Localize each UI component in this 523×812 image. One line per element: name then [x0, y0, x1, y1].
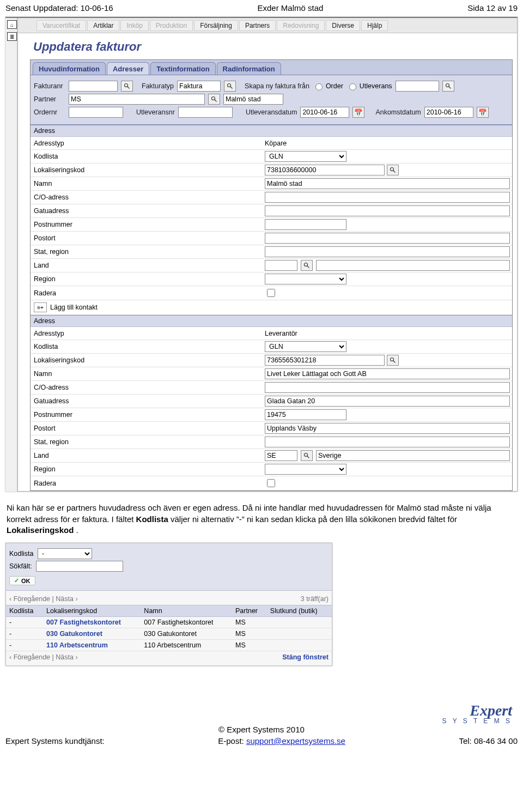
land-code-input[interactable]	[265, 260, 297, 271]
table-row[interactable]: -030 Gatukontoret030 GatukontoretMS	[6, 628, 332, 640]
tab[interactable]: Textinformation	[150, 62, 215, 75]
namn-input[interactable]	[265, 178, 510, 189]
gatu-input[interactable]	[265, 205, 510, 216]
expert-logo: Expert S Y S T E M S	[5, 702, 518, 725]
svg-point-12	[391, 358, 394, 361]
tab-strip: HuvudinformationAdresserTextinformationR…	[31, 60, 512, 75]
lbl-postort: Postort	[31, 233, 265, 244]
menu-item: Produktion	[150, 20, 193, 31]
search-icon[interactable]	[387, 165, 399, 175]
search-icon[interactable]	[387, 355, 399, 366]
co-input[interactable]	[265, 192, 510, 203]
partner-input[interactable]	[69, 94, 205, 105]
table-cell: MS	[232, 617, 267, 628]
popup-sokfalt-input[interactable]	[36, 561, 123, 572]
svg-line-9	[393, 171, 396, 173]
radio-order[interactable]: Order	[313, 82, 343, 90]
table-cell: MS	[232, 640, 267, 651]
radio-utleverans-label: Utleverans	[360, 82, 392, 90]
search-icon[interactable]	[301, 450, 313, 461]
table-cell: 030 Gatukontoret	[141, 628, 232, 640]
table-cell	[267, 628, 332, 640]
search-icon[interactable]	[208, 94, 220, 105]
col-header: Kodlista	[6, 605, 43, 617]
svg-point-14	[305, 453, 308, 457]
kodlista-select[interactable]: GLN	[265, 151, 346, 162]
table-cell: 110 Arbetscentrum	[141, 640, 232, 651]
land-name-input[interactable]	[316, 450, 510, 461]
body-text-bold: Kodlista	[136, 514, 168, 524]
calendar-icon[interactable]: 📅	[477, 107, 489, 118]
home-icon[interactable]: ⌂	[7, 20, 17, 29]
fakturanr-label: Fakturanr	[34, 82, 65, 90]
utleveransnr-input[interactable]	[178, 107, 233, 118]
menu-item[interactable]: Hjälp	[361, 20, 388, 31]
svg-line-3	[230, 87, 233, 89]
col-header: Lokaliseringskod	[43, 605, 141, 617]
page-title: Uppdatera fakturor	[30, 33, 517, 59]
gatu-input[interactable]	[265, 396, 510, 407]
table-cell: -	[6, 640, 43, 651]
lokaliseringskod-input[interactable]	[265, 355, 385, 366]
postort-input[interactable]	[265, 423, 510, 434]
table-row[interactable]: -110 Arbetscentrum110 ArbetscentrumMS	[6, 640, 332, 651]
list-icon[interactable]: ≣	[7, 32, 17, 41]
lbl-postnr: Postnummer	[31, 219, 265, 230]
search-icon[interactable]	[442, 81, 454, 92]
svg-line-1	[127, 87, 130, 89]
land-code-input[interactable]	[265, 450, 297, 461]
ok-button[interactable]: ✓OK	[9, 576, 35, 585]
table-cell[interactable]: 007 Fastighetskontoret	[43, 617, 141, 628]
region-select[interactable]	[265, 274, 346, 284]
kodlista-select[interactable]: GLN	[265, 341, 346, 352]
nav-prev-next[interactable]: ‹ Föregående | Nästa ›	[9, 595, 78, 603]
namn-input[interactable]	[265, 368, 510, 379]
menubar: VarucertifikatArtiklarInköpProduktionFör…	[18, 18, 517, 33]
lbl-lokaliseringskod: Lokaliseringskod	[31, 165, 265, 175]
postnr-input[interactable]	[265, 219, 346, 230]
postort-input[interactable]	[265, 233, 510, 244]
stat-input[interactable]	[265, 437, 510, 447]
body-text-bold: Lokaliseringskod	[7, 525, 74, 535]
tab[interactable]: Adresser	[107, 62, 149, 75]
menu-item[interactable]: Diverse	[326, 20, 360, 31]
fakturatyp-input[interactable]	[177, 81, 221, 92]
svg-point-2	[228, 84, 231, 87]
table-cell	[267, 640, 332, 651]
land-name-input[interactable]	[316, 260, 510, 271]
search-icon[interactable]	[301, 260, 313, 271]
postnr-input[interactable]	[265, 409, 346, 420]
table-cell[interactable]: 030 Gatukontoret	[43, 628, 141, 640]
tab[interactable]: Huvudinformation	[33, 62, 106, 75]
search-icon[interactable]	[121, 81, 133, 92]
ankomstdatum-input[interactable]	[424, 107, 473, 118]
tab[interactable]: Radinformation	[217, 62, 281, 75]
ordernr-input[interactable]	[69, 107, 123, 118]
close-window-link[interactable]: Stäng fönstret	[282, 653, 329, 661]
menu-item: Inköp	[120, 20, 148, 31]
popup-kodlista-select[interactable]: -	[38, 548, 92, 559]
hits-count: 3 träff(ar)	[301, 595, 329, 603]
menu-item[interactable]: Partners	[239, 20, 276, 31]
region-select[interactable]	[265, 464, 346, 475]
menu-item[interactable]: Försäljning	[194, 20, 238, 31]
table-cell[interactable]: 110 Arbetscentrum	[43, 640, 141, 651]
search-icon[interactable]	[224, 81, 236, 92]
skapa-input[interactable]	[396, 81, 439, 92]
lokaliseringskod-input[interactable]	[265, 165, 385, 175]
add-contact-button[interactable]: ≡+Lägg till kontakt	[31, 300, 101, 314]
utleveransdatum-input[interactable]	[300, 107, 349, 118]
menu-item[interactable]: Artiklar	[87, 20, 119, 31]
stat-input[interactable]	[265, 246, 510, 257]
fakturanr-input[interactable]	[69, 81, 118, 92]
support-email-link[interactable]: support@expertsystems.se	[246, 736, 345, 746]
calendar-icon[interactable]: 📅	[352, 107, 364, 118]
co-input[interactable]	[265, 382, 510, 393]
menu-item: Varucertifikat	[37, 20, 86, 31]
radera-checkbox[interactable]	[267, 479, 275, 487]
nav-prev-next-bottom[interactable]: ‹ Föregående | Nästa ›	[9, 653, 78, 661]
table-row[interactable]: -007 Fastighetskontoret007 Fastighetskon…	[6, 617, 332, 628]
svg-point-4	[446, 84, 449, 87]
radera-checkbox[interactable]	[267, 289, 275, 297]
radio-utleverans[interactable]: Utleverans	[346, 82, 392, 90]
